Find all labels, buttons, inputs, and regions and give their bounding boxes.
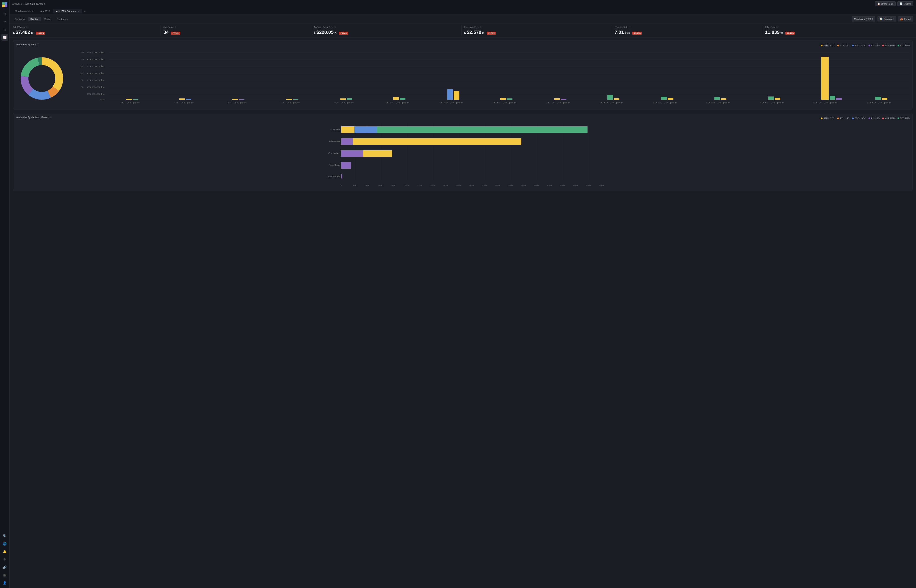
legend-dot-eth-usdc [821,45,822,47]
svg-text:21 Apr: 21 Apr [653,102,677,104]
order-form-button[interactable]: 📋 Order Form [875,1,896,6]
status-badge-taker-rate: -77.49% [785,32,795,35]
svg-rect-2 [2,5,5,7]
sidebar: ⊞ ⇄ ◻ 📈 🔍 🌐 🔔 ⚙ 🔗 ▦ 👤 [0,0,10,588]
metric-orders: # of Orders ⓘ 34 -77.78% [161,26,311,35]
export-button[interactable]: 📤 Export [898,16,913,21]
main-content: Analytics › Apr 2023: Symbols 📋 Order Fo… [10,0,916,588]
svg-text:2 500k: 2 500k [79,65,105,68]
svg-text:7 Apr: 7 Apr [280,102,300,104]
svg-text:2 000k: 2 000k [79,72,105,74]
sidebar-icon-notifications[interactable]: 🔔 [1,548,8,555]
sidebar-icon-grid[interactable]: ▦ [1,572,8,578]
subnav-tab-strategies[interactable]: Strategies [54,17,70,21]
svg-text:1 000k: 1 000k [79,86,105,88]
sidebar-icon-search[interactable]: 🔍 [1,533,8,540]
subnav-tab-market[interactable]: Market [41,17,54,21]
svg-text:1 200k: 1 200k [417,184,422,186]
chevron-down-icon: ▾ [872,18,873,20]
volume-symbol-header: Volume by Symbol ⓘ ETH-USDC ETH-USD BTC-… [16,43,910,48]
svg-rect-46 [614,98,620,100]
vol-symbol-legend: ETH-USDC ETH-USD BTC-USDC FIL-USD [821,44,910,47]
svg-rect-45 [607,95,613,100]
svg-text:800k: 800k [392,184,395,186]
metric-effective-rate: Effective Rate ⓘ 7.01 bps -29.05% [612,26,762,35]
svg-text:5 Apr: 5 Apr [227,102,247,104]
orders-button[interactable]: 📄 Orders [897,1,913,6]
svg-text:600k: 600k [379,184,382,186]
svg-rect-103 [353,138,521,145]
topbar: Analytics › Apr 2023: Symbols 📋 Order Fo… [10,0,916,8]
breadcrumb-analytics[interactable]: Analytics [12,3,22,5]
svg-text:27 Apr: 27 Apr [813,102,837,104]
svg-text:3 400k: 3 400k [560,184,565,186]
svg-rect-56 [875,97,881,100]
svg-rect-105 [363,150,392,157]
legend-dot-eth-usd [837,45,839,47]
summary-button[interactable]: 📊 Summary [877,16,896,21]
svg-text:3 800k: 3 800k [586,184,591,186]
svg-rect-38 [400,98,406,100]
tab-close-icon[interactable]: ✕ [78,10,79,13]
subnav-tab-overview[interactable]: Overview [12,17,28,21]
sidebar-icon-home[interactable]: ⊞ [1,10,8,17]
legend-mkr-usd: MKR-USD [882,44,895,47]
legend-btc-usd: BTC-USD [898,44,910,47]
sidebar-icon-globe[interactable]: 🌐 [1,540,8,547]
svg-text:1 500k: 1 500k [79,79,105,81]
svg-rect-0 [2,2,5,5]
month-selector[interactable]: Month Apr 2023 ▾ [851,16,876,21]
legend-dot-fil-usd [869,45,870,47]
svg-rect-52 [775,98,780,100]
svg-rect-35 [340,99,346,100]
volume-by-symbol-market-card: Volume by Symbol and Market ⓘ ETH-USDC E… [13,113,913,191]
svg-text:Cumberland: Cumberland [329,152,340,155]
sidebar-icon-settings[interactable]: ⚙ [1,556,8,563]
subnav-tab-symbol[interactable]: Symbol [28,17,41,21]
svg-text:3 200k: 3 200k [547,184,552,186]
svg-text:17 Apr: 17 Apr [546,102,570,104]
svg-text:29 Apr: 29 Apr [867,102,891,104]
sidebar-icon-analytics[interactable]: 📈 [1,34,8,41]
status-badge-total-volume: -93.39% [36,32,45,35]
svg-rect-41 [500,98,506,100]
subnav: Overview Symbol Market Strategies Month … [10,15,916,23]
tab-bar: Month over Month Apr 2023 Apr 2023: Symb… [10,8,916,15]
metrics-row: Total Volume ⓘ $ $7.482 M -93.39% # of O… [10,23,916,37]
tab-add-button[interactable]: + [83,10,87,13]
tab-month-over-month[interactable]: Month over Month [12,9,37,13]
info-icon-total-volume: ⓘ [26,26,28,29]
svg-rect-37 [393,97,399,100]
sidebar-icon-exchange[interactable]: ⇄ [1,18,8,25]
sidebar-icon-user[interactable]: 👤 [1,579,8,586]
legend2-fil-usd: FIL-USD [869,117,880,120]
tab-apr-2023-symbols[interactable]: Apr 2023: Symbols ✕ [53,9,82,13]
svg-rect-100 [354,126,377,133]
orders-icon: 📄 [900,2,903,5]
svg-text:0: 0 [341,184,342,186]
svg-rect-39 [447,89,453,100]
tab-apr-2023[interactable]: Apr 2023 [37,9,53,13]
topbar-actions: 📋 Order Form 📄 Orders [875,1,913,6]
sidebar-icon-wallet[interactable]: ◻ [1,26,8,33]
subnav-tabs: Overview Symbol Market Strategies [12,17,70,21]
legend-dot-btc-usd [898,45,899,47]
info-icon-avg-order: ⓘ [334,26,336,29]
svg-rect-3 [5,5,7,7]
svg-text:Coinbase: Coinbase [331,128,340,131]
sidebar-icon-link[interactable]: 🔗 [1,564,8,571]
svg-text:Wintermute: Wintermute [329,140,340,143]
info-icon-effective-rate: ⓘ [629,26,631,29]
svg-rect-27 [126,99,132,100]
svg-rect-32 [239,99,244,100]
svg-text:0: 0 [100,99,105,101]
svg-rect-30 [186,99,191,100]
svg-text:15 Apr: 15 Apr [492,102,516,104]
svg-text:2 800k: 2 800k [521,184,526,186]
svg-text:Jane Street: Jane Street [329,164,340,166]
metric-taker-rate: Taker Rate ⓘ 11.839 % -77.49% [762,26,913,35]
svg-rect-43 [554,98,560,100]
svg-rect-49 [714,97,720,100]
status-badge-avg-order: -70.24% [339,32,348,35]
info-icon-vol-market: ⓘ [49,116,52,119]
